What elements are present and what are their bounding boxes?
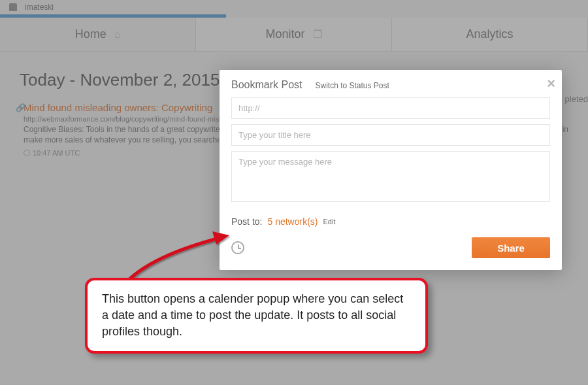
modal-header: Bookmark Post Switch to Status Post (231, 79, 550, 91)
tab-home[interactable]: Home ⌂ (0, 18, 196, 51)
item-time-text: 10:47 AM UTC (33, 149, 80, 157)
clock-icon (24, 150, 30, 156)
tab-monitor-label: Monitor (265, 27, 304, 41)
link-icon: 🔗 (16, 103, 25, 112)
tab-analytics[interactable]: Analytics (392, 18, 588, 51)
network-count[interactable]: 5 network(s) (267, 216, 318, 227)
userbar: imateski (0, 0, 588, 14)
user-icon (9, 3, 17, 11)
close-icon[interactable]: × (547, 75, 555, 92)
share-button[interactable]: Share (472, 237, 550, 258)
edit-networks-link[interactable]: Edit (323, 218, 336, 226)
item-desc-1: Cognitive Biases: Tools in the hands of … (24, 125, 223, 134)
tab-home-label: Home (75, 27, 106, 41)
modal-title: Bookmark Post (231, 79, 302, 91)
title-input[interactable] (231, 124, 550, 146)
annotation-callout: This button opens a calender popup where… (85, 278, 428, 354)
item-desc-2: make more sales of whatever you re selli… (24, 135, 226, 144)
message-input[interactable] (231, 151, 550, 202)
main-tabs: Home ⌂ Monitor ❐ Analytics (0, 18, 588, 52)
url-input[interactable] (231, 97, 550, 119)
chat-icon: ❐ (313, 28, 322, 41)
switch-status-link[interactable]: Switch to Status Post (315, 81, 389, 90)
tab-analytics-label: Analytics (466, 27, 513, 41)
callout-text: This button opens a calender popup where… (102, 292, 403, 338)
tab-monitor[interactable]: Monitor ❐ (196, 18, 392, 51)
svg-marker-0 (212, 231, 229, 244)
post-to-row: Post to: 5 network(s) Edit (231, 216, 550, 227)
bookmark-modal: × Bookmark Post Switch to Status Post Po… (220, 70, 562, 270)
modal-footer: Share (231, 237, 550, 258)
home-icon: ⌂ (114, 29, 121, 41)
username[interactable]: imateski (25, 3, 54, 12)
